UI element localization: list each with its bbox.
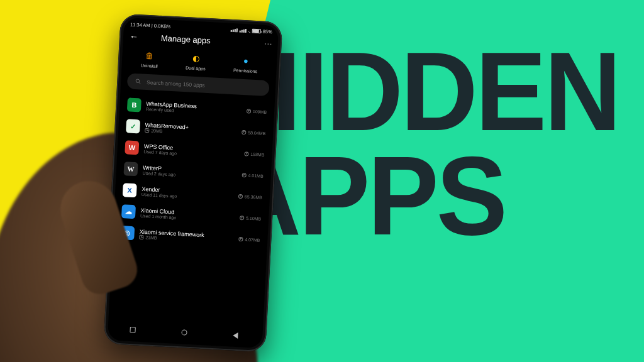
app-size: 5.10MB (240, 215, 261, 221)
phone-screen: 11:34 AM | 0.0KB/s ◟ 85% ← Manage apps ⋮… (108, 18, 279, 348)
app-icon: W (125, 140, 139, 155)
app-text-block: Xiaomi service framework21MB (139, 228, 234, 244)
clock-icon (238, 236, 243, 241)
app-text-block: WPS OfficeUsed 7 days ago (143, 143, 239, 158)
app-icon: ☁ (121, 204, 136, 219)
search-icon (135, 78, 142, 85)
android-nav-bar (108, 321, 263, 346)
status-left: 11:34 AM | 0.0KB/s (130, 21, 170, 29)
clock-icon (242, 129, 246, 134)
app-size: 58.04MB (242, 129, 265, 135)
status-time: 11:34 AM (130, 21, 150, 28)
clock-icon (247, 109, 251, 113)
battery-icon (252, 29, 261, 34)
app-text-block: WhatsApp BusinessRecently used (146, 100, 242, 116)
app-icon: W (123, 162, 138, 176)
app-size: 4.01MB (242, 173, 263, 178)
app-icon: X (123, 183, 137, 197)
signal-icon (231, 28, 238, 32)
status-speed: 0.0KB/s (154, 23, 171, 29)
storage-icon (145, 128, 149, 132)
page-title: Manage apps (146, 32, 258, 47)
uninstall-action[interactable]: 🗑 Uninstall (141, 49, 158, 68)
signal-icon-2 (240, 28, 247, 33)
trash-icon: 🗑 (144, 50, 156, 62)
permissions-label: Permissions (233, 68, 257, 74)
dual-apps-icon: ◐ (190, 52, 202, 64)
permissions-icon: ● (240, 55, 252, 67)
dual-apps-label: Dual apps (186, 65, 206, 71)
back-button[interactable]: ← (130, 31, 139, 41)
headline-line2: APPS (224, 143, 619, 248)
dual-apps-action[interactable]: ◐ Dual apps (186, 52, 206, 71)
battery-percent: 85% (263, 28, 272, 35)
phone-frame: 11:34 AM | 0.0KB/s ◟ 85% ← Manage apps ⋮… (103, 14, 282, 353)
back-nav-button[interactable] (233, 332, 241, 341)
app-size: 158MB (244, 151, 265, 157)
clock-icon (244, 151, 248, 156)
svg-line-1 (139, 82, 140, 84)
app-icon: ✓ (126, 119, 140, 133)
headline-line1: HIDDEN (224, 39, 619, 143)
wifi-icon: ◟ (248, 28, 250, 33)
app-size: 65.36MB (238, 194, 262, 199)
home-button[interactable] (181, 329, 189, 337)
app-size: 109MB (247, 109, 267, 114)
headline-text: HIDDEN APPS (224, 39, 619, 248)
permissions-action[interactable]: ● Permissions (233, 54, 258, 74)
app-text-block: XenderUsed 11 days ago (142, 185, 234, 201)
search-placeholder: Search among 150 apps (147, 79, 205, 88)
svg-point-0 (136, 79, 140, 83)
clock-icon (240, 215, 244, 219)
app-text-block: WriterPUsed 2 days ago (143, 164, 238, 180)
uninstall-label: Uninstall (141, 63, 158, 68)
app-icon: B (127, 97, 142, 112)
clock-icon (238, 194, 243, 198)
overflow-menu-button[interactable]: ⋮ (264, 40, 274, 47)
app-text-block: WhatsRemoved+20MB (145, 121, 237, 137)
app-text-block: Xiaomi CloudUsed 1 month ago (140, 207, 235, 222)
app-size: 4.07MB (238, 236, 260, 242)
app-list[interactable]: BWhatsApp BusinessRecently used109MB✓Wha… (113, 94, 275, 251)
storage-icon (139, 234, 143, 239)
recent-apps-button[interactable] (130, 327, 138, 335)
clock-icon (242, 173, 246, 177)
